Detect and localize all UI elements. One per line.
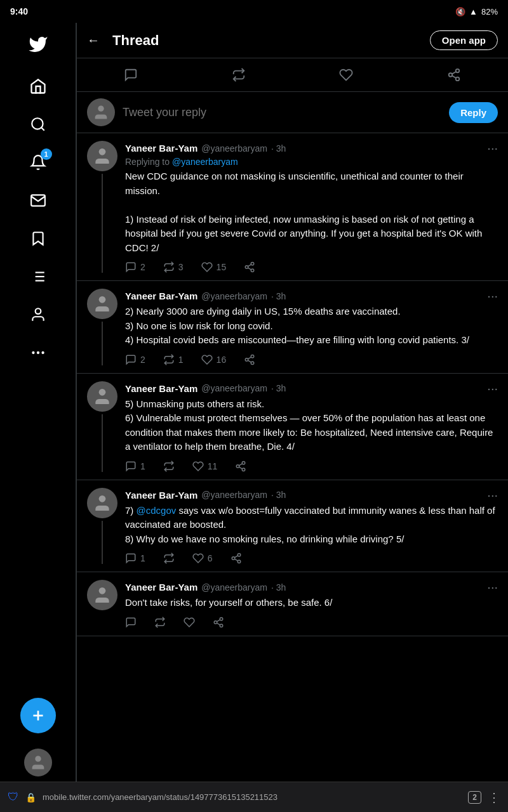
- thread-line: [102, 322, 103, 365]
- share-action[interactable]: [244, 354, 255, 365]
- reply-action[interactable]: [125, 617, 137, 628]
- svg-point-8: [35, 308, 41, 314]
- like-action[interactable]: 11: [192, 461, 218, 472]
- reply-action[interactable]: 1: [125, 553, 145, 564]
- like-action[interactable]: [184, 617, 195, 628]
- svg-point-36: [243, 468, 246, 471]
- twitter-logo[interactable]: [23, 29, 53, 60]
- retweet-action[interactable]: [224, 65, 254, 85]
- reply-text-input[interactable]: [123, 106, 441, 119]
- reply-action[interactable]: 2: [125, 261, 145, 273]
- share-action[interactable]: [439, 65, 469, 85]
- svg-line-49: [217, 623, 220, 625]
- author-handle[interactable]: @yaneerbaryam: [201, 582, 267, 593]
- sidebar-item-profile[interactable]: [22, 298, 55, 331]
- svg-point-30: [251, 362, 254, 365]
- tweet-avatar[interactable]: [87, 381, 117, 412]
- author-name[interactable]: Yaneer Bar-Yam: [125, 383, 197, 394]
- reply-action[interactable]: 1: [125, 461, 145, 472]
- tweet-avatar[interactable]: [87, 580, 117, 610]
- tweet-right-col: Yaneer Bar-Yam @yaneerbaryam · 3h ··· Re…: [125, 141, 498, 273]
- like-action[interactable]: 6: [192, 553, 213, 564]
- svg-line-44: [234, 556, 237, 558]
- author-info: Yaneer Bar-Yam @yaneerbaryam · 3h: [125, 490, 286, 501]
- svg-point-27: [99, 296, 106, 303]
- sidebar-item-more[interactable]: [22, 336, 55, 369]
- tweet-item: Yaneer Bar-Yam @yaneerbaryam · 3h ··· Do…: [77, 572, 508, 636]
- retweet-action[interactable]: 1: [163, 354, 184, 365]
- like-count: 11: [208, 461, 218, 471]
- retweet-action[interactable]: [163, 553, 175, 564]
- wifi-icon: ▲: [469, 7, 478, 16]
- sidebar-item-messages[interactable]: [22, 184, 55, 217]
- share-action[interactable]: [244, 261, 255, 273]
- share-action[interactable]: [231, 553, 242, 564]
- retweet-action[interactable]: 3: [163, 261, 184, 273]
- tweet-text: New CDC guidance on not masking is unsci…: [125, 169, 498, 255]
- sidebar-item-home[interactable]: [22, 70, 55, 103]
- tweet-header: Yaneer Bar-Yam @yaneerbaryam · 3h ···: [125, 141, 498, 155]
- reply-action[interactable]: 2: [125, 354, 145, 365]
- author-name[interactable]: Yaneer Bar-Yam: [125, 490, 197, 501]
- comment-action[interactable]: [116, 65, 146, 85]
- tweet-avatar[interactable]: [87, 141, 117, 171]
- tweet-more-button[interactable]: ···: [487, 488, 498, 502]
- author-handle[interactable]: @yaneerbaryam: [201, 291, 267, 301]
- svg-line-37: [239, 467, 243, 469]
- sidebar-item-notifications[interactable]: 1: [22, 146, 55, 179]
- tweet-more-button[interactable]: ···: [487, 580, 498, 594]
- like-action[interactable]: 15: [201, 261, 227, 273]
- author-info: Yaneer Bar-Yam @yaneerbaryam · 3h: [125, 291, 286, 301]
- tweet-header: Yaneer Bar-Yam @yaneerbaryam · 3h ···: [125, 580, 498, 594]
- sidebar-item-bookmarks[interactable]: [22, 222, 55, 255]
- author-name[interactable]: Yaneer Bar-Yam: [125, 291, 197, 301]
- reply-to-handle[interactable]: @yaneerbaryam: [172, 157, 238, 167]
- notification-badge: 1: [41, 148, 52, 160]
- retweet-action[interactable]: [154, 617, 166, 628]
- author-info: Yaneer Bar-Yam @yaneerbaryam · 3h: [125, 143, 286, 154]
- author-handle[interactable]: @yaneerbaryam: [201, 490, 267, 500]
- open-app-button[interactable]: Open app: [430, 30, 498, 50]
- svg-point-20: [98, 106, 104, 112]
- author-handle[interactable]: @yaneerbaryam: [201, 143, 267, 154]
- sidebar-item-lists[interactable]: [22, 260, 55, 293]
- svg-point-45: [99, 587, 106, 594]
- tweet-avatar[interactable]: [87, 289, 117, 319]
- author-info: Yaneer Bar-Yam @yaneerbaryam · 3h: [125, 383, 286, 394]
- svg-point-47: [214, 620, 217, 624]
- tweet-text: 7) @cdcgov says vax w/o boost=fully vacc…: [125, 504, 498, 547]
- svg-point-46: [220, 617, 223, 620]
- retweet-count: 1: [178, 355, 184, 365]
- sidebar-user-avatar[interactable]: [24, 749, 52, 776]
- author-name[interactable]: Yaneer Bar-Yam: [125, 143, 197, 154]
- share-action[interactable]: [213, 617, 224, 628]
- svg-point-10: [36, 351, 39, 354]
- tab-count[interactable]: 2: [468, 791, 481, 804]
- retweet-action[interactable]: [163, 461, 175, 472]
- reply-submit-button[interactable]: Reply: [449, 102, 498, 123]
- tweet-avatar[interactable]: [87, 488, 117, 518]
- tweet-actions: [125, 617, 498, 628]
- svg-point-33: [99, 389, 106, 396]
- thread-line: [102, 414, 103, 472]
- tweet-more-button[interactable]: ···: [487, 289, 498, 303]
- sidebar: 1: [0, 23, 76, 782]
- author-name[interactable]: Yaneer Bar-Yam: [125, 582, 197, 593]
- share-action[interactable]: [235, 461, 246, 472]
- back-button[interactable]: ←: [87, 33, 100, 48]
- tweet-more-button[interactable]: ···: [487, 141, 498, 155]
- replying-to: Replying to @yaneerbaryam: [125, 157, 498, 167]
- svg-line-38: [239, 463, 243, 465]
- like-action[interactable]: 16: [201, 354, 227, 365]
- svg-line-18: [452, 75, 456, 78]
- svg-point-16: [449, 73, 453, 77]
- browser-more-icon[interactable]: ⋮: [488, 790, 500, 805]
- svg-point-24: [251, 269, 254, 272]
- svg-point-11: [41, 351, 44, 354]
- browser-url[interactable]: mobile.twitter.com/yaneerbaryam/status/1…: [43, 792, 462, 802]
- author-handle[interactable]: @yaneerbaryam: [201, 383, 267, 393]
- tweet-more-button[interactable]: ···: [487, 381, 498, 396]
- sidebar-item-search[interactable]: [22, 108, 55, 141]
- compose-button[interactable]: [20, 698, 56, 733]
- like-action[interactable]: [331, 65, 361, 85]
